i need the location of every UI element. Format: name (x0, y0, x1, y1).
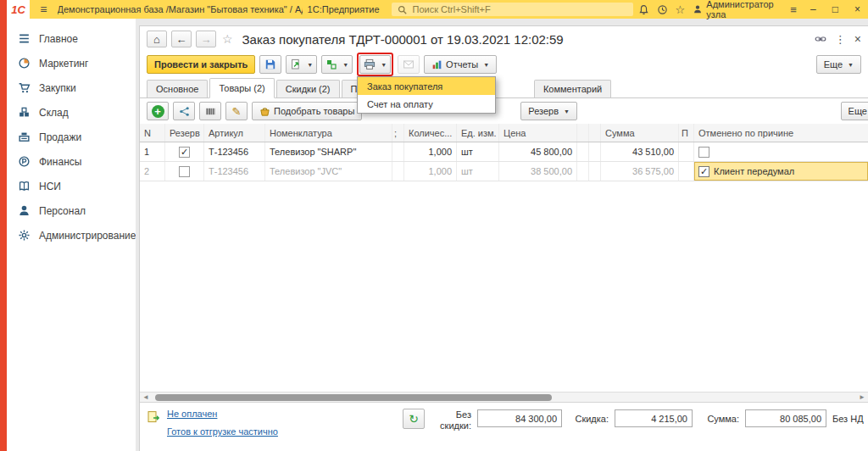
cell-unit: шт (457, 162, 499, 181)
tab-comment[interactable]: Комментарий (534, 80, 611, 97)
boxes-icon (18, 106, 31, 119)
add-row-button[interactable]: + (147, 102, 169, 120)
favorite-star-icon[interactable]: ☆ (222, 32, 233, 46)
home-button[interactable]: ⌂ (147, 31, 167, 47)
scrollbar-thumb[interactable] (155, 394, 552, 401)
email-document-button[interactable] (398, 55, 420, 74)
cell-characteristic (392, 142, 404, 161)
col-article[interactable]: Артикул (204, 124, 265, 142)
titlebar: 1С ≡ Демонстрационная база /Магазин "Быт… (7, 0, 868, 19)
service-menu-icon[interactable]: ≡ (788, 3, 798, 15)
sidebar-item-marketing[interactable]: Маркетинг (7, 51, 136, 75)
tab-goods[interactable]: Товары (2) (209, 78, 274, 98)
close-form-icon[interactable]: × (854, 32, 861, 46)
reports-button[interactable]: Отчеты▼ (424, 55, 497, 74)
create-based-on-button[interactable]: ▼ (321, 55, 353, 74)
sidebar-item-purchases[interactable]: Закупки (7, 75, 136, 100)
cell-spacer (589, 142, 601, 161)
gear-icon (18, 229, 31, 242)
horizontal-scrollbar[interactable]: ◄ ► (140, 392, 868, 402)
sidebar-item-nsi[interactable]: НСИ (7, 174, 136, 198)
table-empty-area (140, 181, 868, 392)
table-row[interactable]: 2 Т-123456 Телевизор "JVC" 1,000 шт 38 5… (140, 162, 868, 181)
post-document-button[interactable]: ▼ (286, 55, 317, 74)
form-more-button[interactable]: Еще▼ (816, 55, 861, 74)
cell-quantity: 1,000 (404, 162, 457, 181)
current-user[interactable]: Администратор узла (693, 0, 781, 19)
table-header-row: N Резерв Артикул Номенклатура ; Количес.… (140, 124, 868, 142)
col-reserve[interactable]: Резерв (165, 124, 204, 142)
col-p[interactable]: П (679, 124, 694, 142)
table-row[interactable]: 1 ✓ Т-123456 Телевизор "SHARP" 1,000 шт … (140, 142, 868, 162)
cell-spacer (577, 162, 589, 181)
main-menu-icon[interactable]: ≡ (35, 3, 52, 16)
more-label: Еще (824, 59, 843, 70)
link-icon[interactable] (815, 33, 826, 45)
cell-n: 1 (140, 142, 165, 161)
sidebar-item-warehouse[interactable]: Склад (7, 100, 136, 125)
coin-icon (18, 155, 31, 168)
tab-main[interactable]: Основное (147, 80, 208, 97)
col-spacer-2 (589, 124, 601, 142)
col-nomenclature[interactable]: Номенклатура (265, 124, 392, 142)
close-window-button[interactable]: × (850, 3, 865, 15)
col-characteristic[interactable]: ; (392, 124, 404, 142)
pick-products-button[interactable]: Подобрать товары (252, 102, 362, 120)
menu-item-invoice[interactable]: Счет на оплату (358, 95, 495, 113)
cell-price: 38 500,00 (499, 162, 577, 181)
maximize-button[interactable]: □ (828, 3, 843, 15)
scroll-left-arrow-icon[interactable]: ◄ (140, 393, 152, 401)
scroll-right-arrow-icon[interactable]: ► (856, 393, 868, 401)
col-spacer-1 (577, 124, 589, 142)
minimize-button[interactable]: – (806, 3, 821, 15)
cash-register-icon (18, 131, 31, 143)
payment-status-link[interactable]: Не оплачен (167, 409, 278, 419)
order-form: ⌂ ← → ☆ Заказ покупателя ТДРТ-000001 от … (139, 25, 868, 451)
refresh-totals-button[interactable]: ↻ (403, 409, 425, 429)
reserve-checkbox[interactable] (179, 166, 190, 177)
post-and-close-button[interactable]: Провести и закрыть (147, 55, 255, 74)
history-icon[interactable] (657, 3, 668, 15)
menu-item-customer-order[interactable]: Заказ покупателя (358, 77, 495, 95)
sidebar-item-main[interactable]: Главное (7, 26, 136, 51)
cell-cancel-reason-selected[interactable]: ✓Клиент передумал (694, 162, 868, 181)
sidebar-item-personnel[interactable]: Персонал (7, 198, 136, 223)
sidebar-item-label: Персонал (39, 205, 86, 217)
col-n[interactable]: N (140, 124, 165, 142)
items-more-button[interactable]: Еще (841, 102, 868, 120)
shipping-status-link[interactable]: Готов к отгрузке частично (167, 426, 278, 437)
col-sum[interactable]: Сумма (601, 124, 679, 142)
col-unit[interactable]: Ед. изм. (457, 124, 499, 142)
barcode-icon-button[interactable] (199, 102, 221, 120)
back-button[interactable]: ← (171, 31, 192, 47)
sidebar-item-finance[interactable]: Финансы (7, 149, 136, 174)
reserve-checkbox[interactable]: ✓ (179, 147, 190, 158)
form-footer: Не оплачен Готов к отгрузке частично ↻ Б… (140, 402, 868, 451)
edit-pencil-button[interactable]: ✎ (225, 102, 248, 120)
global-search-input[interactable]: Поиск Ctrl+Shift+F (392, 3, 633, 16)
scrollbar-track[interactable] (152, 393, 856, 402)
print-button[interactable]: ▼ (359, 55, 391, 74)
user-name: Администратор узла (706, 0, 781, 19)
more-actions-kebab-icon[interactable]: ⋮ (835, 33, 846, 46)
notifications-bell-icon[interactable] (638, 3, 649, 15)
sidebar-item-administration[interactable]: Администрирование (7, 223, 136, 248)
sidebar-item-sales[interactable]: Продажи (7, 125, 136, 149)
reserve-button[interactable]: Резерв▼ (520, 102, 577, 120)
cell-nomenclature: Телевизор "SHARP" (265, 142, 392, 161)
col-cancel-reason[interactable]: Отменено по причине (694, 124, 868, 142)
favorites-star-icon[interactable]: ☆ (676, 3, 686, 15)
col-quantity[interactable]: Количес... (404, 124, 457, 142)
without-discount-value: 84 300,00 (477, 409, 562, 427)
structure-icon-button[interactable] (173, 102, 195, 120)
save-button[interactable] (259, 55, 281, 74)
tab-discounts[interactable]: Скидки (2) (276, 80, 340, 97)
cancel-checkbox[interactable]: ✓ (698, 166, 709, 177)
cancel-checkbox[interactable] (698, 147, 709, 158)
col-price[interactable]: Цена (499, 124, 577, 142)
pencil-icon: ✎ (232, 105, 242, 118)
brand-edge-strip (0, 0, 7, 451)
cart-icon (18, 81, 31, 94)
sections-sidebar: Главное Маркетинг Закупки Склад Продажи … (7, 19, 136, 451)
forward-button[interactable]: → (196, 31, 216, 47)
